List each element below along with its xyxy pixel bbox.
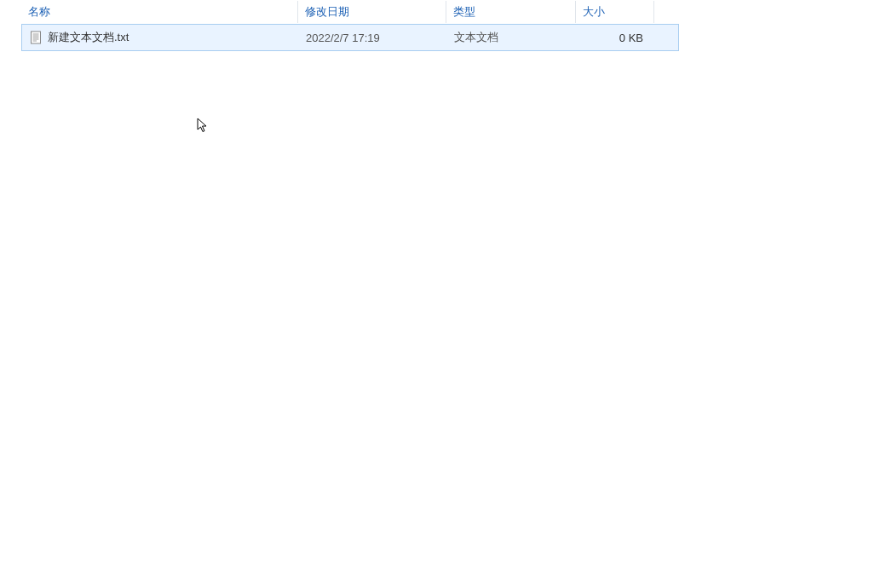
file-type-label: 文本文档 [454, 30, 498, 45]
file-name-cell: 新建文本文档.txt [22, 26, 299, 49]
column-header-name[interactable]: 名称 [21, 1, 298, 23]
file-type-cell: 文本文档 [447, 26, 577, 49]
column-header-type[interactable]: 类型 [446, 1, 576, 23]
file-row[interactable]: 新建文本文档.txt 2022/2/7 17:19 文本文档 0 KB [21, 24, 679, 51]
file-list-view: 名称 修改日期 类型 大小 新建文本文档.txt [21, 0, 679, 51]
column-header-name-label: 名称 [28, 4, 50, 20]
column-header-type-label: 类型 [453, 4, 475, 20]
mouse-cursor-icon [197, 118, 209, 133]
column-header-size-label: 大小 [583, 4, 605, 20]
file-size-label: 0 KB [619, 32, 643, 44]
column-header-date-label: 修改日期 [305, 4, 349, 20]
file-size-cell: 0 KB [577, 28, 655, 48]
text-file-icon [29, 31, 43, 44]
column-header-size[interactable]: 大小 [576, 1, 654, 23]
file-date-label: 2022/2/7 17:19 [306, 32, 380, 44]
column-header-row: 名称 修改日期 类型 大小 [21, 0, 679, 24]
column-header-date[interactable]: 修改日期 [298, 1, 446, 23]
file-name-label: 新建文本文档.txt [48, 30, 129, 45]
file-date-cell: 2022/2/7 17:19 [299, 28, 447, 48]
